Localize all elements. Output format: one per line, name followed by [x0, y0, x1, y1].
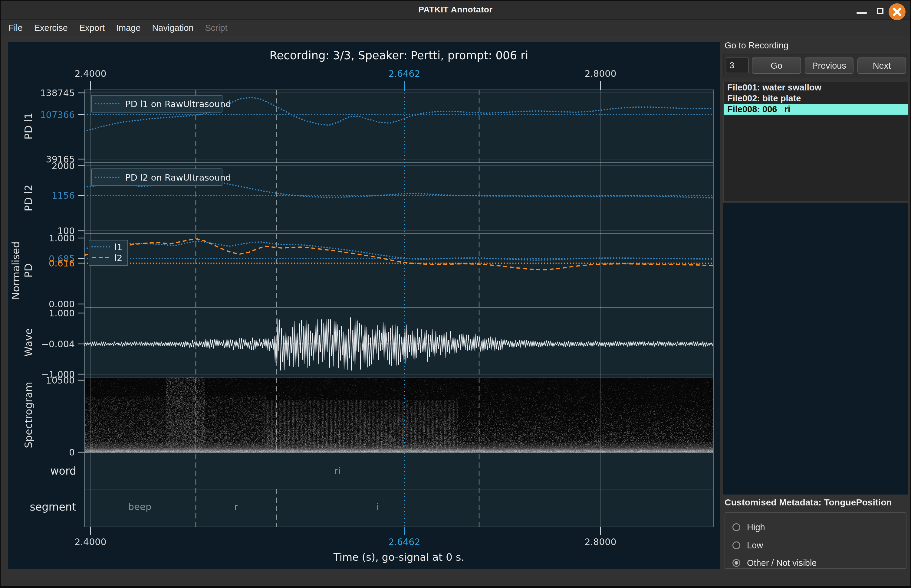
legend-pd-l1: PD l1 on RawUltrasound	[125, 99, 231, 109]
ytick-pd-l2: 2000	[52, 161, 75, 171]
ytick-pd-l2: 1156	[52, 190, 75, 201]
ytick-spectrogram: 10500	[46, 375, 75, 386]
ytick-normalised-pd: 0.616	[49, 258, 75, 268]
ultrasound-panel	[723, 203, 908, 494]
recording-list-item[interactable]: File001: water swallow	[724, 82, 908, 93]
ytick-normalised-pd: 1.000	[49, 233, 75, 244]
ylabel-normalised-pd: PD	[23, 263, 34, 278]
time-tick-bottom: 2.4000	[75, 536, 107, 547]
ylabel-spectrogram: Spectrogram	[23, 382, 34, 448]
ytick-wave: −0.004	[41, 339, 75, 349]
time-tick-top: 2.4000	[75, 68, 107, 79]
tongue-position-radio-group: High Low Other / Not visible	[725, 512, 906, 569]
next-button[interactable]: Next	[858, 58, 906, 74]
radio-circle-icon	[733, 523, 740, 531]
ytick-wave: 1.000	[49, 308, 75, 318]
go-button[interactable]: Go	[752, 58, 801, 74]
legend-norm-l1: l1	[115, 242, 123, 252]
recording-number-input[interactable]	[726, 58, 749, 73]
word-annotation[interactable]: ri	[334, 465, 340, 476]
goto-recording-label: Go to Recording	[725, 40, 788, 50]
sidebar: Go to Recording Go Previous Next File001…	[722, 37, 909, 586]
content-area: 13874510736639165200011561001.0000.6850.…	[1, 37, 910, 586]
time-axis-label: Time (s), go-signal at 0 s.	[333, 551, 464, 563]
ylabel-pd-l2: PD l2	[23, 184, 34, 212]
metadata-title: Customised Metadata: TonguePosition	[725, 497, 892, 507]
radio-circle-icon	[733, 541, 740, 549]
ylabel-normalised-pd: Normalised	[10, 241, 22, 300]
ylabel-pd-l1: PD l1	[23, 113, 34, 140]
word-tier-label: word	[50, 465, 76, 477]
ytick-pd-l1: 107366	[40, 110, 75, 120]
segment-tier-label: segment	[30, 501, 76, 513]
ylabel-wave: Wave	[23, 328, 34, 356]
recording-list-item-selected[interactable]: File008: 006 ri	[724, 104, 908, 115]
previous-button[interactable]: Previous	[805, 58, 853, 74]
legend-pd-l2: PD l2 on RawUltrasound	[125, 173, 231, 183]
radio-option-high[interactable]: High	[733, 522, 765, 532]
ytick-pd-l1: 138745	[40, 88, 75, 98]
segment-tier[interactable]	[84, 489, 714, 527]
time-tick-bottom: 2.8000	[585, 536, 617, 547]
time-tick-top: 2.8000	[585, 68, 617, 79]
ytick-spectrogram: 0	[69, 447, 75, 458]
panel-spectrogram[interactable]	[84, 377, 714, 453]
recording-list-item[interactable]: File002: bite plate	[724, 93, 908, 104]
radio-selected-icon	[733, 559, 740, 567]
legend-norm-l2: l2	[115, 253, 123, 263]
app-window: PATKIT Annotator File Exercise Export Im…	[1, 1, 910, 585]
segment-annotation[interactable]: i	[377, 501, 379, 512]
word-tier[interactable]	[84, 453, 714, 489]
radio-option-low[interactable]: Low	[733, 540, 763, 551]
time-tick-bottom: 2.6462	[388, 536, 421, 547]
recording-list: File001: water swallow File002: bite pla…	[723, 82, 908, 202]
figure-title: Recording: 3/3, Speaker: Pertti, prompt:…	[270, 49, 528, 62]
segment-annotation[interactable]: r	[234, 501, 238, 512]
time-tick-top: 2.6462	[388, 68, 421, 79]
radio-option-other-not-visible[interactable]: Other / Not visible	[733, 558, 817, 568]
segment-annotation[interactable]: beep	[128, 501, 152, 512]
